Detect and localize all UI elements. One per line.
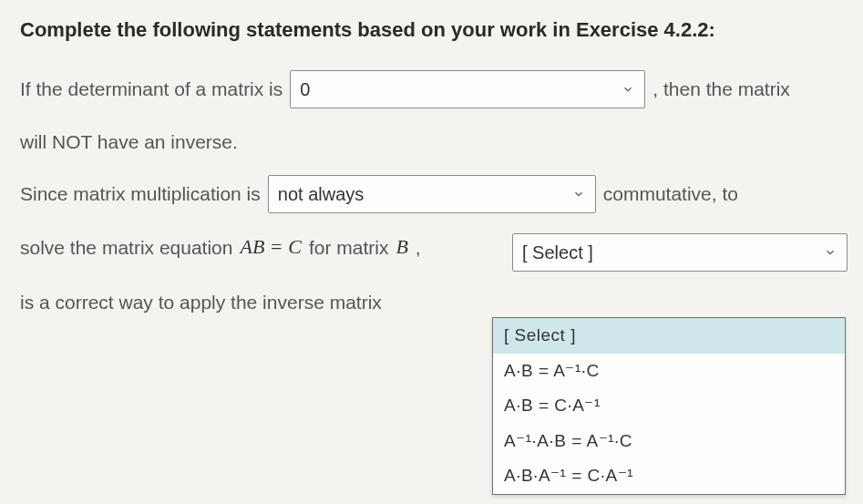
dropdown-option-2[interactable]: A·B = C·A⁻¹	[493, 388, 845, 424]
s3-pre1: solve the matrix equation	[20, 234, 232, 261]
inverse-method-select[interactable]: [ Select ]	[512, 233, 848, 272]
s1-line2: will NOT have an inverse.	[20, 129, 238, 155]
commutative-select[interactable]: not always	[268, 175, 596, 213]
statement-2-line-1: Since matrix multiplication is not alway…	[20, 175, 843, 213]
determinant-value-select[interactable]: 0	[290, 70, 645, 108]
statement-1-line-1: If the determinant of a matrix is 0 , th…	[20, 70, 843, 108]
s2-pre: Since matrix multiplication is	[20, 180, 261, 207]
chevron-down-icon	[823, 245, 837, 260]
inverse-method-selected: [ Select ]	[522, 240, 593, 265]
chevron-down-icon	[621, 82, 635, 97]
s2-post: commutative, to	[603, 180, 738, 207]
statement-3-line-1: solve the matrix equation AB = C for mat…	[20, 233, 843, 262]
determinant-value-selected: 0	[300, 77, 310, 102]
dropdown-option-4[interactable]: A·B·A⁻¹ = C·A⁻¹	[493, 458, 845, 494]
chevron-down-icon	[571, 187, 586, 201]
s3-line2: is a correct way to apply the inverse ma…	[20, 289, 382, 315]
inverse-method-dropdown[interactable]: [ Select ] A·B = A⁻¹·C A·B = C·A⁻¹ A⁻¹·A…	[492, 317, 846, 495]
statement-3-line-2: is a correct way to apply the inverse ma…	[20, 289, 843, 315]
statement-1-line-2: will NOT have an inverse.	[20, 129, 843, 155]
dropdown-option-placeholder[interactable]: [ Select ]	[493, 318, 845, 354]
question-heading: Complete the following statements based …	[20, 16, 843, 45]
s3-pre2: for matrix	[309, 234, 389, 261]
dropdown-option-3[interactable]: A⁻¹·A·B = A⁻¹·C	[493, 424, 845, 459]
equation-ab-c: AB = C	[240, 233, 301, 262]
equation-var-b: B	[396, 233, 407, 262]
s1-pre: If the determinant of a matrix is	[20, 76, 283, 102]
dropdown-option-1[interactable]: A·B = A⁻¹·C	[493, 354, 845, 389]
s1-post: , then the matrix	[652, 76, 790, 102]
commutative-selected: not always	[278, 181, 365, 207]
s3-pre3: ,	[416, 234, 421, 261]
